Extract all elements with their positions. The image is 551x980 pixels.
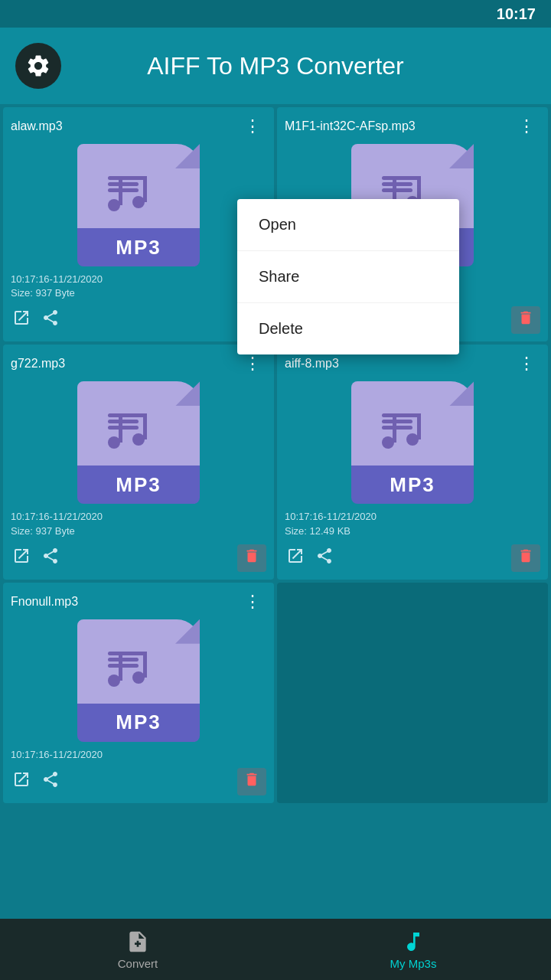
- open-btn-1[interactable]: [11, 307, 32, 333]
- empty-slot: [277, 583, 548, 803]
- context-menu: Open Share Delete: [237, 199, 459, 354]
- settings-button[interactable]: [15, 43, 61, 89]
- card-meta-4: 10:17:16-11/21/2020 Size: 12.49 KB: [285, 510, 540, 537]
- card-menu-btn-2[interactable]: ⋮: [514, 115, 540, 138]
- share-btn-4[interactable]: [314, 545, 335, 571]
- mp3-label-5: MP3: [77, 704, 200, 742]
- svg-rect-0: [108, 188, 139, 192]
- svg-rect-33: [108, 658, 139, 662]
- filename-2: M1F1-int32C-AFsp.mp3: [285, 119, 514, 133]
- svg-rect-5: [119, 179, 122, 205]
- open-btn-3[interactable]: [11, 545, 32, 571]
- svg-rect-23: [119, 413, 147, 417]
- gear-icon: [25, 53, 51, 79]
- share-btn-3[interactable]: [40, 545, 61, 571]
- add-file-icon: [126, 929, 150, 954]
- delete-btn-5[interactable]: [237, 768, 266, 795]
- file-card-3[interactable]: g722.mp3 ⋮: [3, 345, 274, 579]
- svg-rect-22: [143, 413, 147, 439]
- svg-rect-8: [382, 188, 412, 192]
- svg-rect-15: [393, 176, 421, 180]
- svg-point-20: [132, 433, 145, 446]
- mp3-file-icon-5: MP3: [70, 619, 207, 742]
- svg-rect-29: [393, 416, 396, 443]
- card-menu-btn-3[interactable]: ⋮: [240, 352, 266, 375]
- mp3-label-1: MP3: [77, 228, 200, 266]
- svg-point-36: [132, 671, 145, 684]
- svg-point-28: [406, 433, 419, 446]
- status-time: 10:17: [497, 5, 536, 23]
- delete-btn-4[interactable]: [511, 544, 540, 572]
- filename-5: Fnonull.mp3: [11, 595, 240, 609]
- card-meta-5: 10:17:16-11/21/2020: [11, 748, 266, 762]
- svg-rect-16: [108, 426, 139, 430]
- app-title: AIFF To MP3 Converter: [77, 52, 536, 80]
- svg-point-4: [132, 196, 145, 208]
- context-menu-share[interactable]: Share: [237, 251, 459, 303]
- svg-rect-1: [108, 182, 139, 186]
- svg-rect-39: [119, 652, 147, 655]
- svg-rect-17: [108, 420, 139, 423]
- filename-4: aiff-8.mp3: [285, 357, 514, 371]
- svg-rect-38: [143, 652, 147, 678]
- context-menu-open[interactable]: Open: [237, 199, 459, 251]
- app-header: AIFF To MP3 Converter: [0, 28, 551, 104]
- mp3-file-icon-1: MP3: [70, 144, 207, 266]
- share-btn-1[interactable]: [40, 307, 61, 333]
- nav-convert[interactable]: Convert: [0, 919, 276, 980]
- mp3-file-icon-3: MP3: [70, 381, 207, 504]
- svg-rect-32: [108, 664, 139, 668]
- svg-rect-30: [417, 413, 421, 439]
- file-card-5[interactable]: Fnonull.mp3 ⋮: [3, 583, 274, 803]
- svg-rect-14: [417, 176, 421, 202]
- open-btn-5[interactable]: [11, 769, 32, 795]
- card-menu-btn-5[interactable]: ⋮: [240, 590, 266, 613]
- svg-rect-9: [382, 182, 412, 186]
- svg-rect-21: [119, 416, 122, 443]
- svg-rect-7: [119, 176, 147, 180]
- card-menu-btn-4[interactable]: ⋮: [514, 352, 540, 375]
- svg-rect-24: [382, 426, 412, 430]
- nav-mymp3s[interactable]: My Mp3s: [276, 919, 551, 980]
- nav-convert-label: Convert: [118, 957, 158, 970]
- svg-rect-37: [119, 655, 122, 681]
- svg-rect-6: [143, 176, 147, 202]
- nav-mymp3s-label: My Mp3s: [390, 957, 437, 970]
- status-bar: 10:17: [0, 0, 551, 28]
- mp3-file-icon-4: MP3: [344, 381, 481, 504]
- card-meta-3: 10:17:16-11/21/2020 Size: 937 Byte: [11, 510, 266, 537]
- svg-point-19: [108, 436, 120, 449]
- bottom-nav: Convert My Mp3s: [0, 919, 551, 980]
- filename-3: g722.mp3: [11, 357, 240, 371]
- svg-point-35: [108, 675, 120, 687]
- context-menu-delete[interactable]: Delete: [237, 303, 459, 354]
- card-menu-btn-1[interactable]: ⋮: [240, 115, 266, 138]
- svg-rect-31: [393, 413, 421, 417]
- mp3-label-4: MP3: [351, 466, 474, 504]
- file-card-1[interactable]: alaw.mp3 ⋮: [3, 107, 274, 341]
- open-btn-4[interactable]: [285, 545, 306, 571]
- mp3-label-3: MP3: [77, 466, 200, 504]
- delete-btn-2[interactable]: [511, 306, 540, 334]
- delete-btn-3[interactable]: [237, 544, 266, 572]
- music-file-icon: [401, 929, 425, 954]
- svg-point-3: [108, 199, 120, 211]
- filename-1: alaw.mp3: [11, 119, 240, 133]
- svg-rect-25: [382, 420, 412, 423]
- card-meta-1: 10:17:16-11/21/2020 Size: 937 Byte: [11, 273, 266, 300]
- svg-point-27: [382, 436, 394, 449]
- file-card-4[interactable]: aiff-8.mp3 ⋮: [277, 345, 548, 579]
- share-btn-5[interactable]: [40, 769, 61, 795]
